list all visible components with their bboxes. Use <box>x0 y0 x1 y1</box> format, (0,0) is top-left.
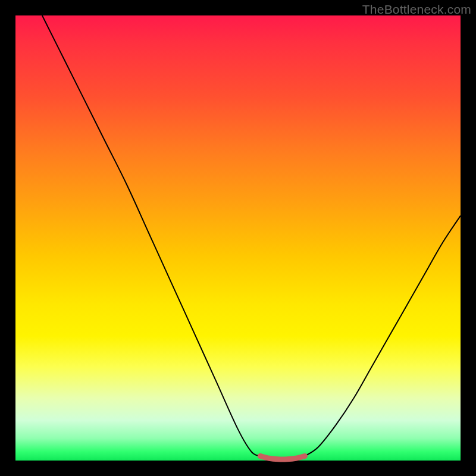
right-branch <box>305 216 461 456</box>
left-branch <box>42 15 261 456</box>
flat-segment-endcap <box>258 453 263 459</box>
watermark-text: TheBottleneck.com <box>362 2 471 17</box>
curve-group <box>42 15 461 459</box>
flat-segment-endcap <box>302 453 308 459</box>
chart-svg <box>15 15 461 461</box>
bottom-flat-segment <box>260 456 305 459</box>
chart-container: TheBottleneck.com <box>0 0 476 476</box>
plot-area <box>15 15 461 461</box>
